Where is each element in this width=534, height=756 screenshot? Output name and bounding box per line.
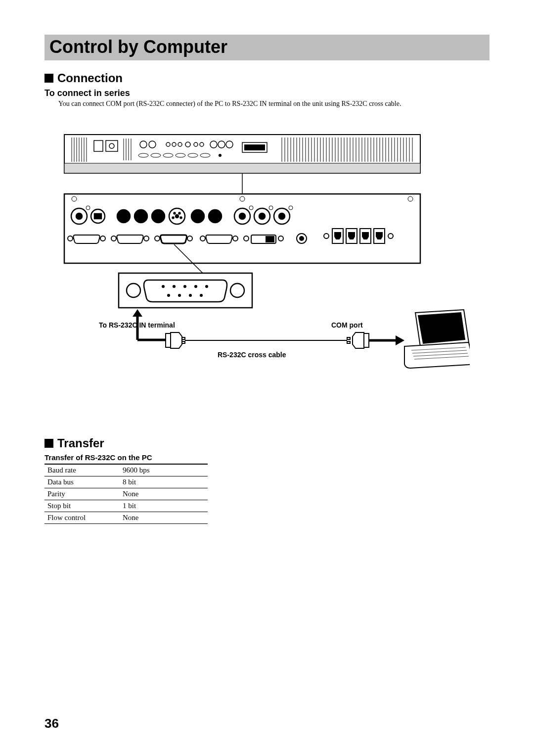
svg-point-21	[185, 142, 190, 147]
unit-rear-panel-icon	[64, 194, 420, 263]
svg-point-95	[174, 212, 176, 214]
svg-point-142	[189, 294, 192, 297]
svg-point-104	[259, 213, 265, 219]
svg-point-91	[134, 210, 147, 223]
svg-point-83	[72, 196, 77, 201]
svg-point-94	[176, 215, 178, 218]
svg-rect-35	[244, 144, 265, 150]
table-row: Flow control None	[44, 512, 208, 523]
label-com-port: COM port	[331, 321, 363, 329]
value-cell: None	[120, 488, 208, 500]
table-row: Baud rate 9600 bps	[44, 465, 208, 476]
svg-rect-151	[364, 333, 369, 347]
value-cell: 1 bit	[120, 500, 208, 512]
svg-point-136	[173, 285, 176, 288]
rs232c-port-closeup-icon	[119, 273, 252, 308]
svg-point-110	[289, 206, 293, 210]
svg-rect-152	[347, 337, 350, 339]
svg-point-135	[162, 285, 165, 288]
section-connection-label: Connection	[57, 71, 123, 85]
svg-point-109	[269, 206, 273, 210]
svg-point-33	[219, 154, 222, 157]
connection-diagram: To RS-232C IN terminal COM port RS-232C …	[44, 115, 490, 426]
svg-point-87	[76, 213, 82, 219]
sub-connect-series-heading: To connect in series	[44, 88, 490, 98]
svg-rect-153	[347, 341, 350, 343]
table-row: Parity None	[44, 488, 208, 500]
value-cell: None	[120, 512, 208, 523]
param-cell: Flow control	[44, 512, 120, 523]
svg-point-85	[408, 196, 413, 201]
svg-rect-1	[64, 163, 420, 173]
svg-point-97	[173, 217, 174, 218]
cable-diagram-icon	[133, 309, 470, 368]
svg-point-141	[178, 294, 181, 297]
value-cell: 9600 bps	[120, 465, 208, 476]
svg-rect-121	[266, 236, 274, 242]
chapter-title: Control by Computer	[49, 37, 485, 57]
section-transfer-label: Transfer	[57, 436, 104, 450]
svg-point-130	[388, 234, 393, 238]
svg-point-99	[191, 210, 204, 223]
svg-point-139	[205, 285, 208, 288]
svg-rect-148	[182, 337, 185, 339]
svg-point-125	[324, 234, 329, 238]
param-cell: Stop bit	[44, 500, 120, 512]
label-in-terminal: To RS-232C IN terminal	[99, 321, 175, 329]
svg-point-90	[117, 210, 130, 223]
bullet-square-icon	[44, 439, 53, 448]
svg-marker-155	[396, 335, 404, 345]
svg-point-106	[279, 213, 285, 219]
table-row: Data bus 8 bit	[44, 476, 208, 488]
svg-point-133	[127, 284, 140, 297]
transfer-table-title: Transfer of RS-232C on the PC	[44, 453, 208, 465]
param-cell: Baud rate	[44, 465, 120, 476]
svg-point-102	[239, 213, 245, 219]
transfer-settings-table: Baud rate 9600 bps Data bus 8 bit Parity…	[44, 465, 208, 524]
unit-top-view-icon	[64, 135, 420, 173]
section-connection-heading: Connection	[44, 71, 490, 85]
svg-point-100	[209, 210, 222, 223]
svg-point-140	[167, 294, 170, 297]
value-cell: 8 bit	[120, 476, 208, 488]
svg-point-108	[249, 206, 253, 210]
bullet-square-icon	[44, 74, 53, 83]
svg-rect-89	[94, 214, 101, 219]
svg-marker-144	[133, 309, 142, 317]
svg-point-143	[200, 294, 203, 297]
param-cell: Parity	[44, 488, 120, 500]
connect-series-body: You can connect COM port (RS-232C connec…	[58, 99, 490, 109]
table-row: Stop bit 1 bit	[44, 500, 208, 512]
svg-rect-149	[182, 341, 185, 343]
svg-point-138	[194, 285, 197, 288]
svg-rect-147	[166, 333, 171, 347]
svg-point-134	[230, 284, 244, 297]
svg-point-107	[86, 206, 90, 210]
svg-point-92	[152, 210, 165, 223]
label-cable: RS-232C cross cable	[218, 351, 286, 359]
svg-point-137	[183, 285, 186, 288]
page-number: 36	[44, 716, 59, 731]
svg-point-96	[179, 212, 180, 214]
svg-point-124	[300, 236, 304, 240]
svg-point-98	[180, 217, 182, 218]
section-transfer-heading: Transfer	[44, 436, 490, 450]
svg-point-84	[240, 196, 245, 201]
chapter-title-bar: Control by Computer	[44, 35, 490, 60]
param-cell: Data bus	[44, 476, 120, 488]
